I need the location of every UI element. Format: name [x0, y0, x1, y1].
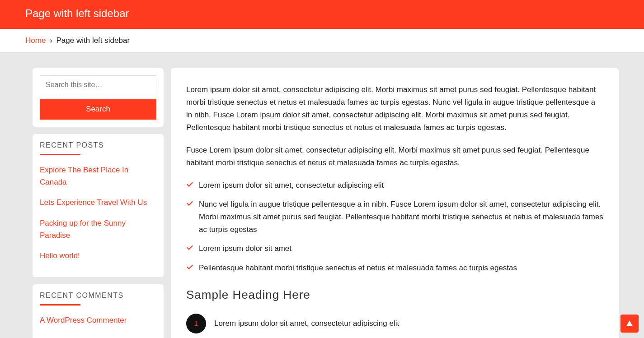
- check-list-item: Pellentesque habitant morbi tristique se…: [186, 262, 603, 274]
- check-list-item: Lorem ipsum dolor sit amet: [186, 242, 603, 255]
- recent-post-link[interactable]: Explore The Best Place In Canada: [40, 166, 128, 186]
- recent-post-link[interactable]: Lets Experience Travel With Us: [40, 198, 147, 207]
- list-item: A WordPress Commenter: [40, 314, 156, 326]
- numbered-text: Lorem ipsum dolor sit amet, consectetur …: [214, 319, 399, 328]
- check-text: Lorem ipsum dolor sit amet, consectetur …: [199, 181, 384, 190]
- check-list-item: Nunc vel ligula in augue tristique pelle…: [186, 198, 603, 236]
- arrow-up-icon: [625, 319, 634, 328]
- recent-comments-title: RECENT COMMENTS: [40, 292, 156, 304]
- recent-post-link[interactable]: Packing up for the Sunny Paradise: [40, 219, 126, 240]
- section-heading: Sample Heading Here: [186, 288, 603, 302]
- list-item: Packing up for the Sunny Paradise: [40, 217, 156, 241]
- recent-post-link[interactable]: Hello world!: [40, 251, 80, 260]
- search-widget: Search: [33, 68, 164, 127]
- breadcrumb: Home › Page with left sidebar: [0, 29, 644, 53]
- paragraph: Fusce Lorem ipsum dolor sit amet, consec…: [186, 144, 603, 169]
- recent-comments-widget: RECENT COMMENTS A WordPress Commenter: [33, 284, 164, 338]
- breadcrumb-home[interactable]: Home: [25, 36, 46, 45]
- check-list: Lorem ipsum dolor sit amet, consectetur …: [186, 179, 603, 274]
- paragraph: Lorem ipsum dolor sit amet, consectetur …: [186, 83, 603, 134]
- check-text: Lorem ipsum dolor sit amet: [199, 244, 291, 253]
- breadcrumb-current: Page with left sidebar: [56, 36, 130, 45]
- recent-comment-link[interactable]: A WordPress Commenter: [40, 316, 127, 324]
- number-badge: 1: [186, 314, 206, 333]
- recent-posts-widget: RECENT POSTS Explore The Best Place In C…: [33, 134, 164, 277]
- sidebar: Search RECENT POSTS Explore The Best Pla…: [33, 68, 164, 338]
- check-list-item: Lorem ipsum dolor sit amet, consectetur …: [186, 179, 603, 192]
- list-item: Lets Experience Travel With Us: [40, 196, 156, 208]
- main-content: Lorem ipsum dolor sit amet, consectetur …: [171, 68, 619, 338]
- check-text: Pellentesque habitant morbi tristique se…: [199, 264, 517, 272]
- recent-posts-title: RECENT POSTS: [40, 141, 156, 154]
- check-icon: [186, 181, 193, 188]
- check-icon: [186, 199, 193, 207]
- list-item: Hello world!: [40, 250, 156, 262]
- scroll-to-top-button[interactable]: [620, 315, 639, 333]
- search-button[interactable]: Search: [40, 99, 156, 120]
- check-text: Nunc vel ligula in augue tristique pelle…: [199, 200, 603, 234]
- list-item: Explore The Best Place In Canada: [40, 164, 156, 188]
- breadcrumb-separator: ›: [50, 36, 52, 45]
- numbered-list-item: 1 Lorem ipsum dolor sit amet, consectetu…: [186, 314, 603, 333]
- numbered-list: 1 Lorem ipsum dolor sit amet, consectetu…: [186, 314, 603, 333]
- search-input[interactable]: [40, 75, 156, 94]
- check-icon: [186, 263, 193, 270]
- check-icon: [186, 244, 193, 251]
- page-title: Page with left sidebar: [25, 7, 129, 19]
- page-header: Page with left sidebar: [0, 0, 644, 29]
